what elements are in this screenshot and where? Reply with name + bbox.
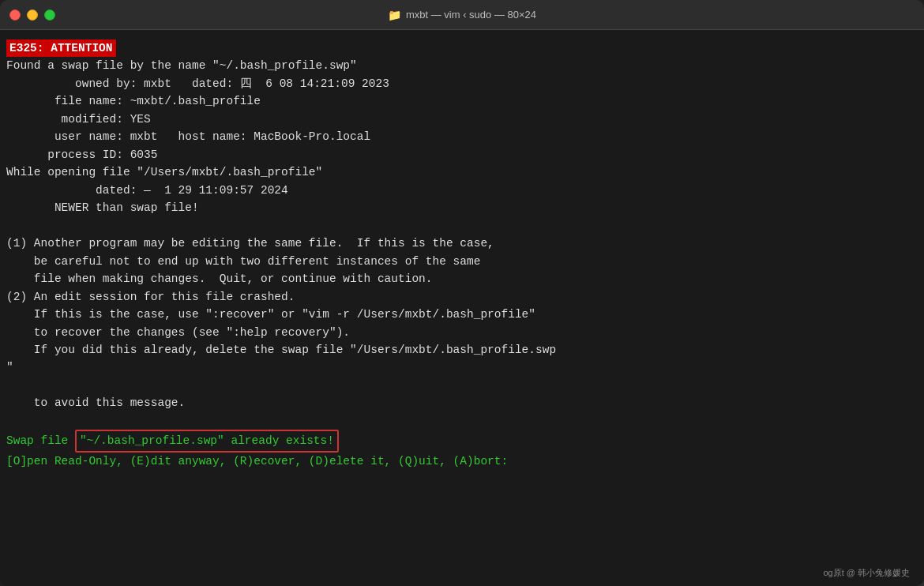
terminal-content: E325: ATTENTION Found a swap file by the… [0, 30, 924, 586]
terminal-window: 📁 mxbt — vim ‹ sudo — 80×24 E325: ATTENT… [0, 0, 924, 586]
terminal-line-1: Found a swap file by the name "~/.bash_p… [6, 57, 908, 74]
maximize-button[interactable] [44, 9, 55, 21]
swap-prefix: Swap file [6, 432, 75, 449]
swap-file-line: Swap file "~/.bash_profile.swp" already … [6, 430, 908, 452]
terminal-line-2: owned by: mxbt dated: 四 6 08 14:21:09 20… [6, 75, 908, 92]
terminal-line-9: NEWER than swap file! [6, 199, 908, 216]
terminal-line-13: (2) An edit session for this file crashe… [6, 288, 908, 306]
terminal-line-11: be careful not to end up with two differ… [6, 253, 908, 270]
terminal-line-empty-2 [6, 377, 908, 394]
terminal-line-3: file name: ~mxbt/.bash_profile [6, 92, 908, 110]
terminal-line-5: user name: mxbt host name: MacBook-Pro.l… [6, 128, 908, 145]
terminal-line-empty-1 [6, 217, 908, 235]
terminal-line-18: to avoid this message. [6, 394, 908, 411]
terminal-line-15: to recover the changes (see ":help recov… [6, 324, 908, 341]
titlebar: 📁 mxbt — vim ‹ sudo — 80×24 [0, 0, 924, 30]
terminal-line-17: " [6, 359, 908, 376]
terminal-line-empty-3 [6, 412, 908, 430]
terminal-line-16: If you did this already, delete the swap… [6, 341, 908, 359]
terminal-line-4: modified: YES [6, 111, 908, 128]
terminal-line-14: If this is the case, use ":recover" or "… [6, 306, 908, 323]
terminal-line-7: While opening file "/Users/mxbt/.bash_pr… [6, 163, 908, 181]
terminal-line-10: (1) Another program may be editing the s… [6, 235, 908, 252]
title-label: mxbt — vim ‹ sudo — 80×24 [406, 9, 536, 21]
terminal-line-12: file when making changes. Quit, or conti… [6, 270, 908, 287]
swap-exists-badge: "~/.bash_profile.swp" already exists! [75, 430, 339, 452]
watermark: og原t @ 韩小兔修媛史 [823, 566, 910, 580]
terminal-line-6: process ID: 6035 [6, 146, 908, 163]
terminal-line-8: dated: — 1 29 11:09:57 2024 [6, 182, 908, 199]
window-title: 📁 mxbt — vim ‹ sudo — 80×24 [388, 9, 536, 21]
close-button[interactable] [9, 9, 21, 21]
bottom-options-line: [O]pen Read-Only, (E)dit anyway, (R)ecov… [6, 453, 908, 470]
minimize-button[interactable] [27, 9, 38, 21]
attention-badge: E325: ATTENTION [6, 39, 116, 57]
traffic-lights [9, 9, 55, 21]
title-icon: 📁 [388, 9, 401, 21]
bottom-options-text: [O]pen Read-Only, (E)dit anyway, (R)ecov… [6, 455, 508, 468]
attention-line: E325: ATTENTION [6, 39, 908, 57]
